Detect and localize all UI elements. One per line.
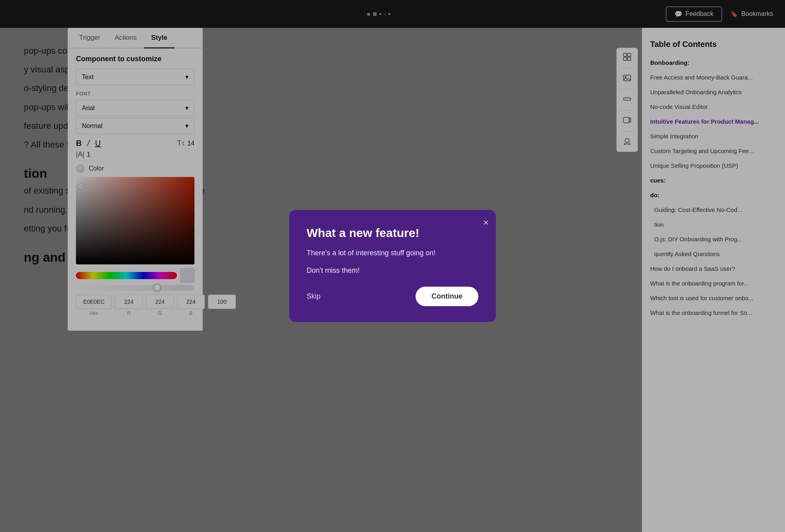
modal-title: What a new feature! xyxy=(307,226,478,240)
modal-close-button[interactable]: × xyxy=(483,217,489,228)
modal-body: There's a lot of interesting stuff going… xyxy=(307,247,478,259)
modal-continue-button[interactable]: Continue xyxy=(416,287,478,306)
modal-skip-button[interactable]: Skip xyxy=(307,292,321,301)
modal: × What a new feature! There's a lot of i… xyxy=(289,210,496,322)
modal-overlay: × What a new feature! There's a lot of i… xyxy=(0,0,785,532)
modal-actions: Skip Continue xyxy=(307,287,478,306)
modal-subtitle: Don't miss them! xyxy=(307,266,478,275)
